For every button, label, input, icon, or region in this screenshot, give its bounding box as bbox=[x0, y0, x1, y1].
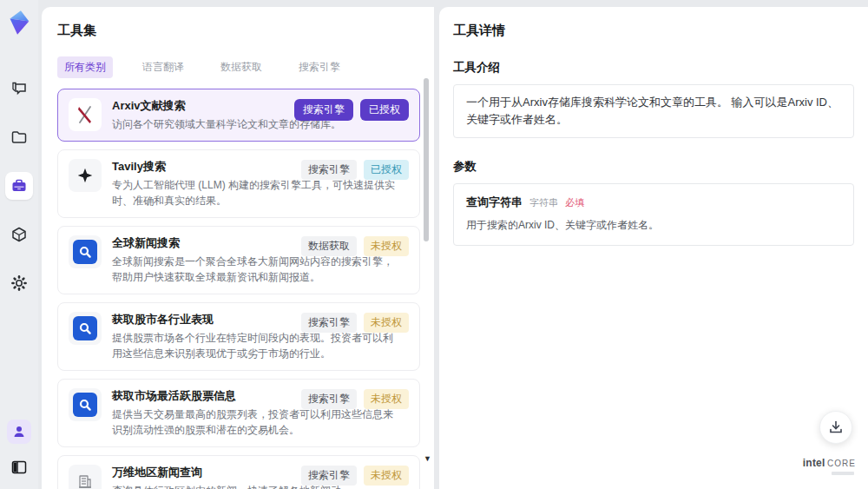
tool-description: 专为人工智能代理 (LLM) 构建的搜索引擎工具，可快速提供实时、准确和真实的结… bbox=[112, 177, 403, 208]
tool-card-tavily[interactable]: Tavily搜索 专为人工智能代理 (LLM) 构建的搜索引擎工具，可快速提供实… bbox=[57, 149, 420, 218]
tools-panel-title: 工具集 bbox=[42, 7, 434, 39]
auth-status-badge: 未授权 bbox=[364, 236, 409, 256]
tool-card-regional-news[interactable]: 万维地区新闻查询 查询具体行政区划内的新闻，快速了解各地新闻动 搜索引擎 未授权 bbox=[57, 455, 420, 489]
download-button[interactable] bbox=[819, 411, 852, 444]
stock-search-icon bbox=[69, 312, 102, 345]
tool-card-sector-performance[interactable]: 获取股市各行业表现 提供股票市场各个行业在特定时间段内的表现。投资者可以利用这些… bbox=[57, 302, 420, 371]
tool-card-arxiv[interactable]: Arxiv文献搜索 访问各个研究领域大量科学论文和文章的存储库。 搜索引擎 已授… bbox=[57, 89, 420, 142]
scrollbar-thumb[interactable] bbox=[424, 78, 429, 241]
news-search-icon bbox=[69, 235, 102, 268]
category-badge: 搜索引擎 bbox=[301, 389, 357, 409]
user-avatar-icon bbox=[11, 424, 27, 439]
param-name: 查询字符串 bbox=[466, 195, 523, 210]
sidebar-item-packages[interactable] bbox=[5, 221, 33, 248]
panel-toggle-icon bbox=[10, 459, 28, 475]
auth-status-badge: 未授权 bbox=[364, 466, 409, 486]
category-tabs: 所有类别 语言翻译 数据获取 搜索引擎 bbox=[42, 39, 434, 87]
auth-status-badge: 未授权 bbox=[364, 389, 409, 409]
sidebar-item-files[interactable] bbox=[5, 123, 33, 151]
tool-intro-text: 一个用于从Arxiv存储库搜索科学论文和文章的工具。 输入可以是Arxiv ID… bbox=[453, 84, 854, 138]
panel-toggle-button[interactable] bbox=[8, 456, 30, 479]
tool-card-most-active-stocks[interactable]: 获取市场最活跃股票信息 提供当天交易量最高的股票列表，投资者可以利用这些信息来识… bbox=[57, 379, 420, 447]
gear-icon bbox=[10, 274, 28, 292]
folder-icon bbox=[10, 129, 28, 146]
arxiv-logo-icon bbox=[69, 98, 102, 131]
details-panel-title: 工具详情 bbox=[439, 7, 868, 39]
tool-description: 提供股票市场各个行业在特定时间段内的表现。投资者可以利用这些信息来识别表现优于或… bbox=[112, 330, 403, 361]
scroll-down-arrow-icon[interactable]: ▼ bbox=[424, 454, 431, 463]
tab-all-categories[interactable]: 所有类别 bbox=[57, 56, 113, 78]
category-badge[interactable]: 搜索引擎 bbox=[294, 99, 353, 121]
app-logo-icon[interactable] bbox=[6, 9, 32, 36]
category-badge: 搜索引擎 bbox=[301, 160, 357, 180]
intel-core-logo: intel CORE bbox=[803, 457, 856, 475]
tool-description: 全球新闻搜索是一个聚合全球各大新闻网站内容的搜索引擎，帮助用户快速获取全球最新资… bbox=[112, 254, 403, 285]
left-rail bbox=[0, 0, 38, 489]
chat-icon bbox=[10, 80, 28, 97]
category-badge: 数据获取 bbox=[301, 236, 357, 256]
brand-secondary: CORE bbox=[827, 459, 856, 468]
tab-language-translation[interactable]: 语言翻译 bbox=[135, 56, 191, 78]
account-button[interactable] bbox=[7, 420, 31, 444]
toolbox-icon bbox=[10, 177, 28, 195]
tool-card-global-news[interactable]: 全球新闻搜索 全球新闻搜索是一个聚合全球各大新闻网站内容的搜索引擎，帮助用户快速… bbox=[57, 226, 420, 294]
download-icon bbox=[828, 420, 844, 435]
tool-details-panel: 工具详情 工具介绍 一个用于从Arxiv存储库搜索科学论文和文章的工具。 输入可… bbox=[439, 7, 868, 489]
stock-search-icon bbox=[69, 388, 102, 421]
category-badge: 搜索引擎 bbox=[301, 313, 357, 333]
tool-description: 提供当天交易量最高的股票列表，投资者可以利用这些信息来识别流动性强的股票和潜在的… bbox=[112, 406, 403, 438]
tavily-star-icon bbox=[69, 159, 102, 192]
sidebar-item-settings[interactable] bbox=[5, 269, 33, 297]
params-heading: 参数 bbox=[439, 138, 868, 183]
param-type: 字符串 bbox=[529, 196, 558, 209]
cube-icon bbox=[10, 226, 28, 243]
param-required-flag: 必填 bbox=[565, 196, 584, 209]
category-badge: 搜索引擎 bbox=[301, 466, 357, 486]
auth-status-badge[interactable]: 已授权 bbox=[360, 99, 409, 121]
sidebar-item-chat[interactable] bbox=[5, 75, 33, 102]
param-item: 查询字符串 字符串 必填 用于搜索的Arxiv ID、关键字或作者姓名。 bbox=[453, 183, 854, 246]
sidebar-item-toolbox[interactable] bbox=[5, 172, 33, 200]
tool-list: Arxiv文献搜索 访问各个研究领域大量科学论文和文章的存储库。 搜索引擎 已授… bbox=[42, 87, 434, 489]
news-building-icon bbox=[69, 465, 102, 489]
brand-primary: intel bbox=[803, 457, 825, 469]
tab-search-engine[interactable]: 搜索引擎 bbox=[292, 56, 347, 78]
intro-heading: 工具介绍 bbox=[439, 39, 868, 84]
tools-panel: 工具集 所有类别 语言翻译 数据获取 搜索引擎 Arxiv文献搜索 访问各个研究… bbox=[42, 7, 434, 489]
list-scrollbar[interactable] bbox=[424, 75, 429, 476]
param-description: 用于搜索的Arxiv ID、关键字或作者姓名。 bbox=[466, 218, 841, 233]
auth-status-badge: 未授权 bbox=[364, 313, 409, 333]
auth-status-badge: 已授权 bbox=[364, 160, 409, 180]
tab-data-acquisition[interactable]: 数据获取 bbox=[214, 56, 269, 78]
